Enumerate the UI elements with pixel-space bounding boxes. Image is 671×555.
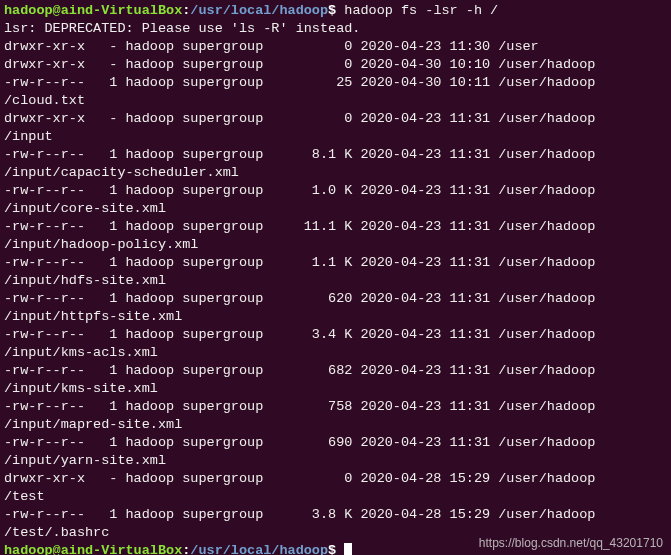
list-item-wrap: /input/yarn-site.xml	[4, 452, 667, 470]
list-item-wrap: /input/httpfs-site.xml	[4, 308, 667, 326]
list-item: drwxr-xr-x - hadoop supergroup 0 2020-04…	[4, 110, 667, 128]
list-item: drwxr-xr-x - hadoop supergroup 0 2020-04…	[4, 56, 667, 74]
list-item: -rw-r--r-- 1 hadoop supergroup 758 2020-…	[4, 398, 667, 416]
list-item: -rw-r--r-- 1 hadoop supergroup 690 2020-…	[4, 434, 667, 452]
list-item: -rw-r--r-- 1 hadoop supergroup 3.4 K 202…	[4, 326, 667, 344]
list-item: -rw-r--r-- 1 hadoop supergroup 620 2020-…	[4, 290, 667, 308]
prompt-user: hadoop@aind-VirtualBox	[4, 3, 182, 18]
list-item-wrap: /input/kms-acls.xml	[4, 344, 667, 362]
list-item-wrap: /cloud.txt	[4, 92, 667, 110]
prompt-line-1: hadoop@aind-VirtualBox:/usr/local/hadoop…	[4, 2, 667, 20]
command-text: hadoop fs -lsr -h /	[336, 3, 498, 18]
list-item: -rw-r--r-- 1 hadoop supergroup 3.8 K 202…	[4, 506, 667, 524]
prompt-user: hadoop@aind-VirtualBox	[4, 543, 182, 555]
list-item-wrap: /input/hadoop-policy.xml	[4, 236, 667, 254]
prompt-dollar: $	[328, 3, 336, 18]
list-item: -rw-r--r-- 1 hadoop supergroup 8.1 K 202…	[4, 146, 667, 164]
list-item: -rw-r--r-- 1 hadoop supergroup 25 2020-0…	[4, 74, 667, 92]
file-listing: drwxr-xr-x - hadoop supergroup 0 2020-04…	[4, 38, 667, 542]
cursor	[344, 543, 352, 555]
list-item: drwxr-xr-x - hadoop supergroup 0 2020-04…	[4, 38, 667, 56]
list-item-wrap: /test	[4, 488, 667, 506]
list-item: -rw-r--r-- 1 hadoop supergroup 1.0 K 202…	[4, 182, 667, 200]
prompt-dollar: $	[328, 543, 336, 555]
list-item-wrap: /input/core-site.xml	[4, 200, 667, 218]
list-item: drwxr-xr-x - hadoop supergroup 0 2020-04…	[4, 470, 667, 488]
terminal-output[interactable]: hadoop@aind-VirtualBox:/usr/local/hadoop…	[4, 2, 667, 555]
list-item-wrap: /input/kms-site.xml	[4, 380, 667, 398]
list-item: -rw-r--r-- 1 hadoop supergroup 1.1 K 202…	[4, 254, 667, 272]
list-item-wrap: /input/capacity-scheduler.xml	[4, 164, 667, 182]
deprecated-warning: lsr: DEPRECATED: Please use 'ls -R' inst…	[4, 20, 667, 38]
list-item: -rw-r--r-- 1 hadoop supergroup 11.1 K 20…	[4, 218, 667, 236]
watermark: https://blog.csdn.net/qq_43201710	[479, 534, 663, 552]
prompt-path: /usr/local/hadoop	[190, 3, 328, 18]
list-item-wrap: /input/mapred-site.xml	[4, 416, 667, 434]
list-item-wrap: /input	[4, 128, 667, 146]
prompt-path: /usr/local/hadoop	[190, 543, 328, 555]
list-item: -rw-r--r-- 1 hadoop supergroup 682 2020-…	[4, 362, 667, 380]
list-item-wrap: /input/hdfs-site.xml	[4, 272, 667, 290]
